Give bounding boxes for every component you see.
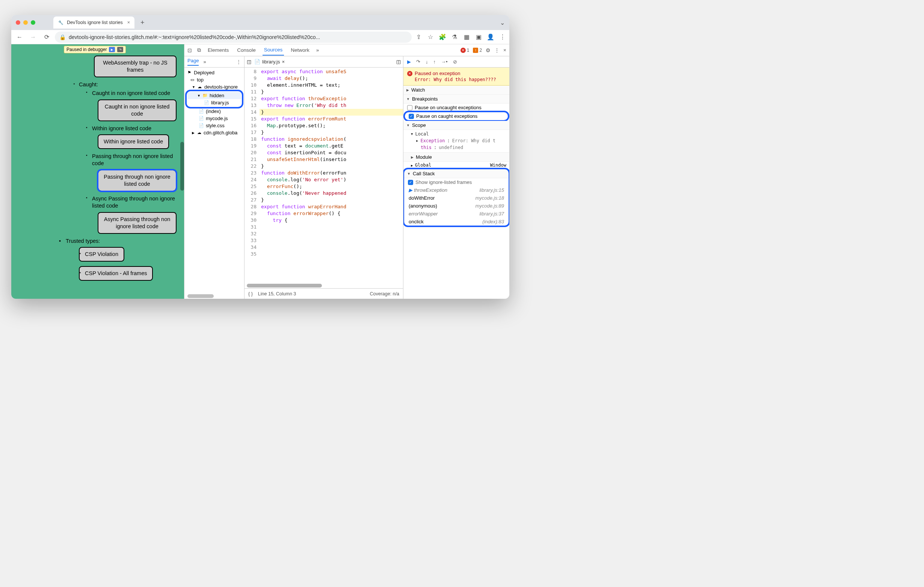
deployed-node[interactable]: ⚑Deployed bbox=[185, 69, 243, 76]
bp-caught[interactable]: ✓Pause on caught exceptions bbox=[405, 112, 508, 120]
call-stack-section[interactable]: Call Stack bbox=[404, 169, 508, 178]
inspect-icon[interactable]: ⊡ bbox=[187, 47, 192, 53]
kebab-icon[interactable]: ⋮ bbox=[494, 47, 500, 53]
nav-more-icon[interactable]: » bbox=[203, 59, 206, 64]
cloud-icon: ☁ bbox=[196, 130, 202, 135]
stack-frame[interactable]: doWithErrormycode.js:18 bbox=[404, 194, 508, 202]
csp-button-2[interactable]: CSP Violation - All frames bbox=[79, 266, 153, 281]
file-library[interactable]: 📄library.js bbox=[187, 99, 241, 106]
browser-tab[interactable]: 🔧 DevTools ignore list stories × bbox=[53, 16, 134, 28]
resume-button[interactable]: ▶ bbox=[407, 59, 411, 64]
bp-uncaught[interactable]: Pause on uncaught exceptions bbox=[403, 104, 509, 112]
scope-this[interactable]: this: undefined bbox=[411, 144, 507, 151]
forward-button[interactable]: → bbox=[28, 32, 38, 43]
more-tabs-icon[interactable]: » bbox=[316, 47, 319, 53]
stack-frame[interactable]: ▶throwExceptionlibrary.js:15 bbox=[404, 186, 508, 194]
stack-frame[interactable]: (anonymous)mycode.js:89 bbox=[404, 202, 508, 210]
deactivate-bp-icon[interactable]: ⊘ bbox=[453, 59, 457, 64]
error-icon: ✕ bbox=[407, 71, 412, 76]
list-item: Caught in non ignore listed code bbox=[19, 89, 177, 98]
editor-tab-library[interactable]: 📄 library.js × bbox=[254, 59, 285, 64]
scope-section[interactable]: Scope bbox=[403, 121, 509, 130]
csp-button-1[interactable]: CSP Violation bbox=[79, 247, 124, 261]
cdn-node[interactable]: ▶☁cdn.glitch.globa bbox=[185, 129, 243, 136]
stack-frame[interactable]: onclick(index):83 bbox=[404, 218, 508, 225]
close-devtools-icon[interactable]: × bbox=[503, 47, 507, 53]
devtools-icon[interactable]: ▣ bbox=[475, 33, 482, 41]
page-button[interactable]: Caught in non ignore listed code bbox=[98, 99, 177, 121]
folder-hidden[interactable]: ▼📁hidden bbox=[187, 92, 241, 99]
nav-scrollbar[interactable] bbox=[187, 294, 214, 298]
page-button[interactable]: Async Passing through non ignore listed … bbox=[98, 212, 177, 234]
checkbox-checked-icon: ✓ bbox=[409, 114, 414, 119]
close-file-icon[interactable]: × bbox=[282, 59, 285, 64]
step-icon[interactable]: →• bbox=[441, 59, 448, 64]
close-tab-icon[interactable]: × bbox=[127, 20, 130, 25]
bookmark-icon[interactable]: ☆ bbox=[427, 33, 434, 41]
domain-node[interactable]: ▼☁devtools-ignore bbox=[185, 83, 243, 90]
menu-icon[interactable]: ⋮ bbox=[499, 33, 507, 41]
code-area[interactable]: 8910111213141516171819202122232425262728… bbox=[244, 67, 403, 288]
tab-elements[interactable]: Elements bbox=[206, 45, 230, 55]
tab-network[interactable]: Network bbox=[289, 45, 311, 55]
nav-tab-page[interactable]: Page bbox=[187, 58, 199, 66]
format-icon[interactable]: { } bbox=[248, 291, 253, 296]
toggle-debug-icon[interactable]: ◫ bbox=[396, 59, 401, 64]
step-into-icon[interactable]: ↓ bbox=[426, 59, 428, 64]
url-bar[interactable]: 🔒 devtools-ignore-list-stories.glitch.me… bbox=[55, 31, 412, 43]
step-icon[interactable]: ↷ bbox=[117, 47, 123, 52]
step-out-icon[interactable]: ↑ bbox=[434, 59, 436, 64]
editor-tabs: ◫ 📄 library.js × ◫ bbox=[244, 56, 403, 67]
profile-icon[interactable]: 👤 bbox=[487, 33, 494, 41]
share-icon[interactable]: ⇪ bbox=[415, 33, 422, 41]
scope-local[interactable]: ▼Local bbox=[411, 131, 507, 137]
wasm-button[interactable]: WebAssembly trap - no JS frames bbox=[94, 56, 177, 77]
page-button[interactable]: Within ignore listed code bbox=[98, 134, 169, 149]
call-stack-highlight: Call Stack ✓Show ignore-listed frames ▶t… bbox=[404, 169, 508, 225]
tab-sources[interactable]: Sources bbox=[262, 44, 284, 56]
titlebar: 🔧 DevTools ignore list stories × + ⌄ bbox=[11, 15, 509, 30]
settings-icon[interactable]: ⚙ bbox=[486, 47, 490, 53]
show-ignored-frames[interactable]: ✓Show ignore-listed frames bbox=[404, 178, 508, 186]
scope-exception[interactable]: ▶Exception: Error: Why did t bbox=[411, 137, 507, 144]
error-message: Error: Why did this happen???? bbox=[415, 77, 506, 82]
reload-button[interactable]: ⟳ bbox=[41, 32, 52, 43]
scope-global[interactable]: ▶ GlobalWindow bbox=[403, 162, 509, 169]
folder-icon: 📁 bbox=[203, 93, 208, 98]
favicon-icon: 🔧 bbox=[58, 20, 64, 26]
code-lines: export async function unsafeS await dela… bbox=[259, 67, 403, 288]
watch-section[interactable]: Watch bbox=[403, 86, 509, 95]
file-style[interactable]: 📄style.css bbox=[185, 122, 243, 129]
back-button[interactable]: ← bbox=[14, 32, 25, 43]
scope-module[interactable]: Module bbox=[403, 153, 509, 162]
labs-icon[interactable]: ⚗ bbox=[451, 33, 458, 41]
hidden-folder-highlight: ▼📁hidden 📄library.js bbox=[186, 91, 242, 107]
apps-icon[interactable]: ▦ bbox=[463, 33, 470, 41]
extensions-icon[interactable]: 🧩 bbox=[439, 33, 446, 41]
error-badge[interactable]: ✕1 bbox=[460, 48, 470, 53]
minimize-window[interactable] bbox=[23, 20, 28, 25]
file-index[interactable]: 📄(index) bbox=[185, 108, 243, 115]
device-icon[interactable]: ⧉ bbox=[197, 47, 201, 53]
breakpoints-section[interactable]: Breakpoints bbox=[403, 95, 509, 104]
page-scrollbar[interactable] bbox=[180, 142, 184, 191]
step-over-icon[interactable]: ↷ bbox=[416, 59, 420, 64]
navigator-pane: Page » ⋮ ⚑Deployed ▭top ▼☁devtools-ignor… bbox=[185, 56, 244, 299]
trusted-header: Trusted types: bbox=[19, 237, 177, 246]
warning-badge[interactable]: !2 bbox=[473, 48, 482, 53]
file-mycode[interactable]: 📄mycode.js bbox=[185, 115, 243, 122]
nav-kebab-icon[interactable]: ⋮ bbox=[236, 59, 241, 64]
maximize-window[interactable] bbox=[31, 20, 35, 25]
caught-header: Caught: bbox=[19, 80, 177, 89]
stack-frame[interactable]: errorWrapperlibrary.js:37 bbox=[404, 210, 508, 218]
cloud-icon: ☁ bbox=[197, 84, 203, 90]
editor-scrollbar[interactable] bbox=[247, 284, 322, 288]
close-window[interactable] bbox=[16, 20, 20, 25]
resume-icon[interactable]: ▶ bbox=[109, 47, 115, 52]
tabs-dropdown-icon[interactable]: ⌄ bbox=[500, 19, 505, 26]
page-button[interactable]: Passing through non ignore listed code bbox=[98, 169, 177, 191]
top-node[interactable]: ▭top bbox=[185, 76, 243, 83]
toggle-nav-icon[interactable]: ◫ bbox=[247, 59, 251, 64]
tab-console[interactable]: Console bbox=[236, 45, 257, 55]
new-tab-button[interactable]: + bbox=[140, 19, 145, 27]
